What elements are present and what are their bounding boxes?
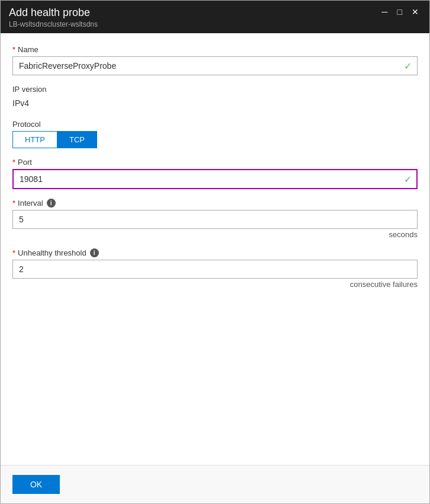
name-input-wrapper: ✓ [12, 56, 418, 75]
window-title: Add health probe [9, 7, 98, 19]
interval-label-text: Interval [18, 199, 43, 208]
protocol-http-button[interactable]: HTTP [12, 131, 57, 148]
interval-unit-text: seconds [389, 230, 418, 239]
protocol-tcp-button[interactable]: TCP [57, 131, 97, 148]
window-controls: ─ □ ✕ [380, 7, 421, 17]
unhealthy-input[interactable] [12, 260, 418, 279]
ip-version-label-text: IP version [12, 85, 47, 94]
interval-input[interactable] [12, 210, 418, 229]
protocol-label-text: Protocol [12, 120, 41, 129]
name-check-icon: ✓ [404, 60, 412, 72]
port-check-icon: ✓ [404, 174, 412, 185]
unhealthy-unit-row: consecutive failures [12, 280, 418, 289]
unhealthy-label-text: Unhealthy threshold [18, 248, 86, 257]
name-field-group: * Name ✓ [12, 45, 418, 75]
port-label-text: Port [18, 158, 32, 167]
interval-label: * Interval i [12, 199, 418, 208]
unhealthy-unit-text: consecutive failures [350, 280, 418, 289]
unhealthy-info-icon[interactable]: i [90, 248, 99, 257]
unhealthy-label: * Unhealthy threshold i [12, 248, 418, 257]
port-input-wrapper: ✓ [12, 169, 418, 189]
unhealthy-threshold-field-group: * Unhealthy threshold i consecutive fail… [12, 248, 418, 289]
interval-unit-row: seconds [12, 230, 418, 239]
form-content: * Name ✓ IP version IPv4 Protocol HTTP T… [1, 33, 429, 465]
unhealthy-required-star: * [12, 248, 15, 257]
port-input[interactable] [12, 169, 418, 189]
name-input[interactable] [12, 56, 418, 75]
ip-version-value: IPv4 [12, 96, 418, 110]
protocol-field-group: Protocol HTTP TCP [12, 120, 418, 148]
protocol-label: Protocol [12, 120, 418, 129]
protocol-toggle-group: HTTP TCP [12, 131, 418, 148]
interval-info-icon[interactable]: i [47, 199, 56, 208]
name-label: * Name [12, 45, 418, 54]
add-health-probe-window: Add health probe LB-wsltsdnscluster-wslt… [0, 0, 430, 504]
port-required-star: * [12, 158, 15, 167]
ok-button[interactable]: OK [12, 475, 60, 494]
ip-version-field-group: IP version IPv4 [12, 85, 418, 110]
ip-version-label: IP version [12, 85, 418, 94]
minimize-button[interactable]: ─ [380, 7, 390, 17]
name-required-star: * [12, 45, 15, 54]
name-label-text: Name [18, 45, 38, 54]
port-field-group: * Port ✓ [12, 158, 418, 189]
interval-field-group: * Interval i seconds [12, 199, 418, 239]
port-label: * Port [12, 158, 418, 167]
title-bar: Add health probe LB-wsltsdnscluster-wslt… [1, 1, 429, 33]
title-bar-left: Add health probe LB-wsltsdnscluster-wslt… [9, 7, 98, 28]
close-button[interactable]: ✕ [409, 7, 421, 17]
interval-required-star: * [12, 199, 15, 208]
window-subtitle: LB-wsltsdnscluster-wsltsdns [9, 20, 98, 28]
restore-button[interactable]: □ [395, 7, 405, 17]
footer: OK [1, 465, 429, 503]
